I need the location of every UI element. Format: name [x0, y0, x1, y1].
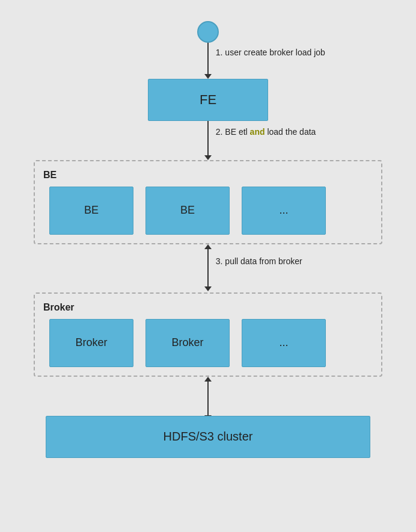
broker-box-2: Broker: [145, 319, 230, 367]
broker-box-1: Broker: [49, 319, 133, 367]
arrow-tip-up-3: [204, 244, 212, 249]
fe-box: FE: [148, 79, 268, 121]
arrow-line-3: [207, 249, 209, 286]
broker-box-1-label: Broker: [75, 336, 107, 349]
arrow-tip-up-hdfs: [204, 377, 212, 382]
arrow-hdfs: [204, 377, 212, 416]
arrow-tip-2: [204, 155, 212, 160]
step1-label: 1. user create broker load job: [216, 48, 325, 57]
broker-section-label: Broker: [43, 302, 373, 313]
arrow-line-2: [207, 121, 209, 155]
step2-post: load the data: [265, 127, 316, 137]
step3-label: 3. pull data from broker: [216, 256, 302, 266]
broker-box-3: ...: [242, 319, 326, 367]
step2-label: 2. BE etl and load the data: [216, 127, 316, 137]
step2-and: and: [250, 127, 265, 137]
arrow-step1: 1. user create broker load job: [16, 43, 400, 79]
be-section-label: BE: [43, 170, 373, 181]
hdfs-box: HDFS/S3 cluster: [46, 416, 370, 458]
arrow-step2: 2. BE etl and load the data: [16, 121, 400, 160]
be-section: BE BE BE ...: [34, 160, 382, 244]
arrow-tip-down-3: [204, 286, 212, 291]
fe-label: FE: [200, 92, 216, 108]
arrow-line-hdfs: [207, 382, 209, 415]
be-box-3: ...: [242, 187, 326, 235]
be-boxes-row: BE BE ...: [49, 187, 373, 235]
start-circle: [197, 21, 219, 43]
broker-boxes-row: Broker Broker ...: [49, 319, 373, 367]
be-box-3-label: ...: [279, 204, 288, 217]
be-box-2-label: BE: [180, 204, 195, 217]
arrow-line-1: [207, 43, 209, 74]
arrow-step3: 3. pull data from broker: [16, 244, 400, 292]
be-box-2: BE: [145, 187, 230, 235]
arrow-tip-1: [204, 74, 212, 79]
broker-box-3-label: ...: [279, 336, 288, 349]
broker-box-2-label: Broker: [171, 336, 203, 349]
diagram-container: 1. user create broker load job FE 2. BE …: [10, 9, 406, 524]
be-box-1-label: BE: [84, 204, 99, 217]
broker-section: Broker Broker Broker ...: [34, 292, 382, 377]
step2-pre: 2. BE etl: [216, 127, 250, 137]
be-box-1: BE: [49, 187, 133, 235]
hdfs-label: HDFS/S3 cluster: [164, 430, 253, 444]
